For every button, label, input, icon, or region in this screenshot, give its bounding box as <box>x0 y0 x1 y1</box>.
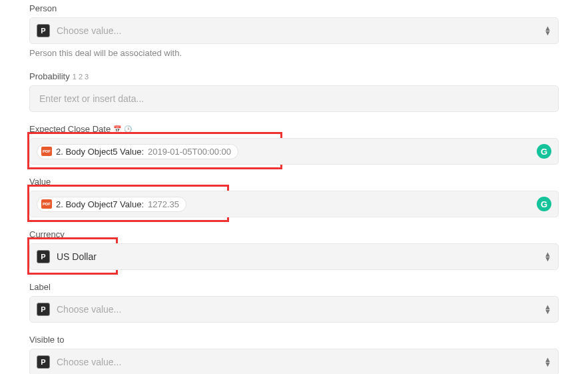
pill-label: 2. Body Object5 Value: <box>56 147 144 157</box>
person-select[interactable]: P Choose value... ▲▼ <box>29 17 559 44</box>
probability-hint: 1 2 3 <box>73 73 89 81</box>
value-input[interactable]: PDF 2. Body Object7 Value: 1272.35 G <box>29 191 559 217</box>
person-placeholder: Choose value... <box>57 25 544 36</box>
clock-icon: 🕒 <box>124 125 132 133</box>
person-help-text: Person this deal will be associated with… <box>29 48 559 58</box>
label-placeholder: Choose value... <box>57 304 544 315</box>
chevron-sort-icon: ▲▼ <box>544 305 551 313</box>
pill-label: 2. Body Object7 Value: <box>56 199 144 209</box>
value-pill[interactable]: PDF 2. Body Object7 Value: 1272.35 <box>37 197 186 212</box>
value-label: Value <box>29 177 559 187</box>
chevron-sort-icon: ▲▼ <box>544 26 551 35</box>
pdf-icon: PDF <box>41 199 52 209</box>
person-label: Person <box>29 3 559 13</box>
probability-input[interactable]: Enter text or insert data... <box>29 85 559 112</box>
chevron-sort-icon: ▲▼ <box>544 357 551 366</box>
calendar-icon: 📅 <box>113 125 121 133</box>
p-icon: P <box>37 24 50 37</box>
visible-to-placeholder: Choose value... <box>57 357 544 367</box>
p-icon: P <box>37 250 50 263</box>
currency-label: Currency <box>29 229 559 239</box>
close-date-label: Expected Close Date 📅 🕒 <box>29 124 559 134</box>
visible-to-select[interactable]: P Choose value... ▲▼ <box>29 349 559 374</box>
currency-value: US Dollar <box>57 251 544 262</box>
p-icon: P <box>37 355 50 369</box>
label-field-label: Label <box>29 282 559 292</box>
currency-select[interactable]: P US Dollar ▲▼ <box>29 243 559 270</box>
chevron-sort-icon: ▲▼ <box>544 252 551 261</box>
probability-placeholder: Enter text or insert data... <box>39 93 144 104</box>
pdf-icon: PDF <box>41 147 52 156</box>
label-select[interactable]: P Choose value... ▲▼ <box>29 296 559 323</box>
close-date-pill[interactable]: PDF 2. Body Object5 Value: 2019-01-05T00… <box>37 144 238 159</box>
pill-value: 1272.35 <box>148 199 179 209</box>
grammarly-icon[interactable]: G <box>537 144 551 159</box>
close-date-input[interactable]: PDF 2. Body Object5 Value: 2019-01-05T00… <box>29 138 559 165</box>
pill-value: 2019-01-05T00:00:00 <box>148 147 231 157</box>
grammarly-icon[interactable]: G <box>537 197 551 211</box>
visible-to-label: Visible to <box>29 335 559 345</box>
p-icon: P <box>37 303 50 316</box>
probability-label: Probability 1 2 3 <box>29 71 559 81</box>
